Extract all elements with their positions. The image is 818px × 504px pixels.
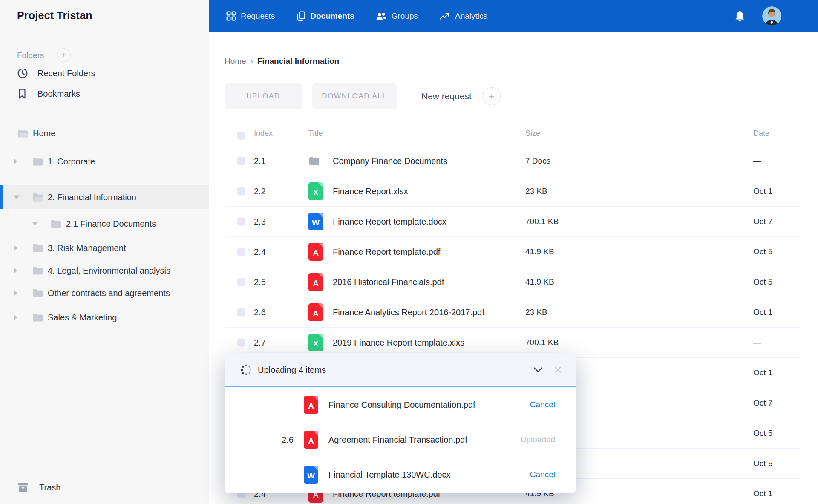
new-request-button[interactable]: New request + [421,87,501,105]
folders-header: Folders + [17,48,71,62]
nav-item-documents[interactable]: Documents [296,11,354,21]
add-folder-icon[interactable]: + [57,48,71,62]
row-size: 700.1 KB [525,338,559,347]
row-title: 2019 Finance Report template.xlxs [333,338,464,348]
tree-item-label: 2.1 Finance Documents [66,219,156,228]
tree-item-sales-marketing[interactable]: Sales & Marketing [0,305,209,329]
table-row[interactable]: 2.2 X Finance Report.xlsx 23 KB Oct 1 [225,176,801,207]
pdf-file-icon: A [308,303,323,321]
row-date: Oct 5 [753,247,772,256]
column-header-date: Date [753,129,769,138]
folder-icon [32,288,44,298]
cancel-upload-button[interactable]: Cancel [530,400,555,409]
close-icon[interactable]: ✕ [553,363,562,376]
notifications-bell-icon[interactable] [734,10,746,22]
caret-right-icon[interactable] [14,245,17,251]
tree-item-label: Home [33,128,55,138]
tree-item-4-legal-environmental-analysis[interactable]: 4. Legal, Environmental analysis [0,258,209,282]
file-type-icon [308,156,320,166]
xlsx-file-icon: X [308,334,323,351]
upload-panel-header: Uploading 4 items ✕ [225,353,576,387]
row-checkbox[interactable] [237,218,245,226]
row-date: Oct 1 [753,368,772,377]
row-checkbox[interactable] [237,248,245,256]
tree-item-other-contracts-and-agreements[interactable]: Other contracts and agreements [0,281,209,305]
row-date: Oct 5 [753,459,772,468]
tree-item-3-risk-management[interactable]: 3. Risk Management [0,236,209,260]
column-header-index: Index [254,129,273,138]
row-title: 2016 Historical Financials.pdf [333,277,444,287]
row-index: 2.1 [254,156,266,166]
caret-down-icon[interactable] [14,195,20,199]
select-all-checkbox[interactable] [237,132,245,140]
row-size: 23 KB [525,187,547,196]
row-checkbox[interactable] [237,339,245,347]
tree-item-2-financial-information[interactable]: 2. Financial Information [0,185,209,209]
upload-panel: Uploading 4 items ✕ A Finance Consulting… [225,353,576,493]
tree-item-2-1-finance-documents[interactable]: 2.1 Finance Documents [0,211,209,236]
file-type-icon: A [308,243,323,261]
table-header: Index Title Size Date [225,110,801,146]
row-checkbox[interactable] [237,157,245,165]
file-type-icon: X [308,182,323,200]
row-size: 700.1 KB [525,217,559,226]
pdf-file-icon: A [308,243,323,261]
folder-open-icon [17,128,29,138]
row-checkbox[interactable] [237,308,245,317]
uploaded-status: Uploaded [521,435,555,444]
row-checkbox[interactable] [237,187,245,196]
breadcrumb: Home › Financial Information [225,57,339,66]
row-index: 2.3 [254,217,266,227]
table-row[interactable]: 2.5 A 2016 Historical Financials.pdf 41.… [225,267,801,297]
file-type-icon: A [308,273,323,291]
toolbar: UPLOAD DOWNLOAD ALL New request + [225,83,501,109]
table-row[interactable]: 2.1 Company Finance Documents 7 Docs — [225,146,801,176]
table-row[interactable]: 2.4 A Finance Report template.pdf 41.9 K… [225,237,801,267]
row-title: Finance Analytics Report 2016-2017.pdf [333,308,484,317]
tree-item-home[interactable]: Home [0,121,209,145]
file-type-icon: A [308,303,323,321]
sidebar-item-recent-folders[interactable]: Recent Folders [17,64,95,83]
tree-item-1-corporate[interactable]: 1. Corporate [0,149,209,173]
nav-item-groups[interactable]: Groups [376,12,418,21]
caret-right-icon[interactable] [14,290,17,296]
sidebar-item-bookmarks[interactable]: Bookmarks [17,84,80,103]
pdf-file-icon: A [304,396,318,414]
row-title: Finance Report template.docx [333,217,446,227]
folder-open-icon [32,192,44,202]
caret-right-icon[interactable] [14,268,17,274]
folder-icon [32,243,44,253]
nav-item-label: Groups [392,12,418,21]
tree-item-label: 1. Corporate [48,156,95,166]
cancel-upload-button[interactable]: Cancel [530,470,555,479]
column-header-title: Title [308,129,323,138]
upload-item: W Financial Template 130WC.docx Cancel [225,457,576,492]
row-index: 2.2 [254,187,266,196]
sidebar-item-trash[interactable]: Trash [17,482,60,493]
breadcrumb-home[interactable]: Home [225,57,246,66]
caret-right-icon[interactable] [14,158,17,164]
row-title: Finance Report.xlsx [333,187,408,196]
file-type-icon: W [304,466,318,484]
caret-right-icon[interactable] [14,314,17,320]
upload-item-index: 2.6 [282,435,294,444]
nav-item-requests[interactable]: Requests [226,11,275,21]
plus-icon: + [483,87,501,105]
file-type-icon: A [304,431,318,449]
chevron-down-icon[interactable] [533,367,543,373]
file-type-icon: A [304,396,318,414]
row-checkbox[interactable] [237,278,245,286]
folder-icon [32,265,44,276]
download-all-button[interactable]: DOWNLOAD ALL [312,83,397,109]
nav-item-analytics[interactable]: Analytics [439,12,487,21]
upload-button[interactable]: UPLOAD [225,83,302,109]
tree-item-label: 4. Legal, Environmental analysis [48,265,170,275]
table-row[interactable]: 2.3 W Finance Report template.docx 700.1… [225,207,801,237]
row-size: 7 Docs [525,156,550,166]
caret-down-icon[interactable] [32,222,38,225]
upload-item: 2.6 A Agreement Financial Transaction.pd… [225,422,576,457]
row-date: Oct 1 [753,308,772,317]
user-avatar[interactable] [762,6,781,26]
trash-label: Trash [39,483,60,492]
table-row[interactable]: 2.6 A Finance Analytics Report 2016-2017… [225,297,801,328]
